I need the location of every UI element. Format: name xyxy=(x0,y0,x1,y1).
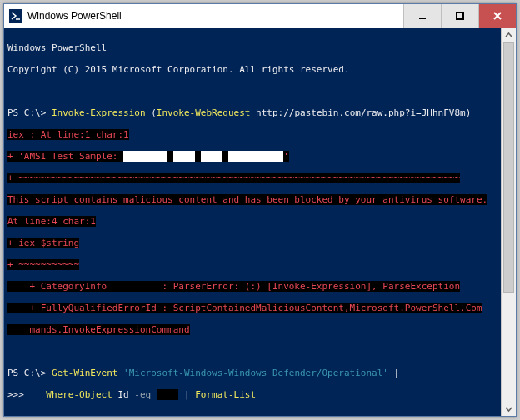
redacted: XXXX xyxy=(157,389,179,400)
close-button[interactable] xyxy=(478,4,516,28)
scroll-track[interactable] xyxy=(502,42,516,402)
vertical-scrollbar[interactable] xyxy=(501,28,516,416)
redacted: XXXX xyxy=(201,151,223,162)
scroll-thumb[interactable] xyxy=(503,42,514,292)
redacted: XXXX xyxy=(173,151,196,162)
client-area: Windows PowerShell Copyright (C) 2015 Mi… xyxy=(4,28,516,416)
cmd: Get-WinEvent xyxy=(52,368,123,378)
window-frame: Windows PowerShell Windows PowerShell Co… xyxy=(3,3,517,417)
powershell-icon xyxy=(9,9,22,22)
redacted: XXXXXXXXXX xyxy=(228,151,283,162)
header-line: Windows PowerShell xyxy=(8,42,107,53)
minimize-button[interactable] xyxy=(403,4,441,28)
scroll-down-button[interactable] xyxy=(502,402,516,416)
cmd: Invoke-Expression xyxy=(52,108,151,118)
header-line: Copyright (C) 2015 Microsoft Corporation… xyxy=(8,64,350,75)
redacted: XXXXXXXX xyxy=(123,151,168,162)
prompt: PS C:\> xyxy=(8,368,52,378)
window-title: Windows PowerShell xyxy=(28,10,403,22)
titlebar[interactable]: Windows PowerShell xyxy=(4,4,516,28)
window-controls xyxy=(403,4,516,28)
error-line: iex : At line:1 char:1 xyxy=(8,129,129,140)
maximize-button[interactable] xyxy=(441,4,478,28)
scroll-up-button[interactable] xyxy=(502,28,516,42)
terminal[interactable]: Windows PowerShell Copyright (C) 2015 Mi… xyxy=(4,28,501,416)
svg-rect-3 xyxy=(457,12,463,19)
prompt: PS C:\> xyxy=(8,108,52,118)
